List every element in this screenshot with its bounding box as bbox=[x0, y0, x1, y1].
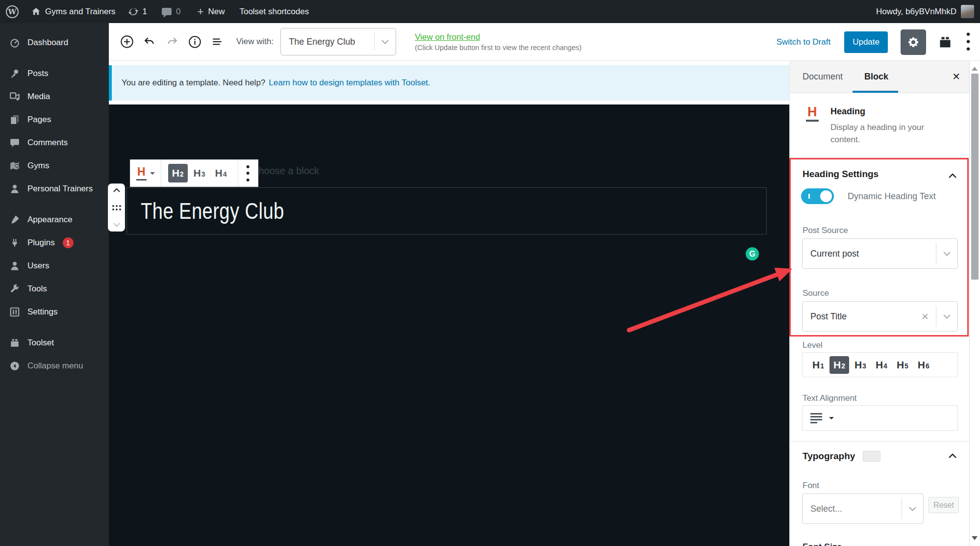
front-end-link-group: View on front-end (Click Update button f… bbox=[415, 32, 581, 52]
settings-toggle-button[interactable] bbox=[901, 29, 926, 55]
notice-help-link[interactable]: Learn how to design templates with Tools… bbox=[269, 78, 430, 88]
heading-settings-header[interactable]: Heading Settings bbox=[790, 158, 970, 180]
sidebar-item-media[interactable]: Media bbox=[0, 85, 109, 108]
heading-text[interactable]: The Energy Club bbox=[141, 198, 284, 224]
undo-button[interactable] bbox=[138, 30, 161, 53]
site-name-menu[interactable]: Gyms and Trainers bbox=[31, 7, 116, 17]
chevron-down-icon bbox=[936, 314, 957, 319]
view-on-front-end-link[interactable]: View on front-end bbox=[415, 32, 581, 42]
sidebar-item-label: Plugins bbox=[27, 238, 55, 248]
dynamic-heading-toggle[interactable] bbox=[801, 188, 834, 204]
map-pin-icon bbox=[9, 160, 21, 172]
dynamic-heading-row: Dynamic Heading Text bbox=[801, 188, 936, 204]
panel-title: Heading Settings bbox=[803, 169, 879, 179]
source-label: Source bbox=[803, 288, 829, 298]
media-icon bbox=[9, 91, 21, 103]
sidebar-item-appearance[interactable]: Appearance bbox=[0, 208, 109, 231]
close-sidebar-button[interactable]: ✕ bbox=[952, 71, 960, 82]
updates-menu[interactable]: 1 bbox=[128, 7, 147, 17]
sidebar-item-gyms[interactable]: Gyms bbox=[0, 154, 109, 177]
more-options-button[interactable]: ••• bbox=[963, 31, 973, 53]
tab-block[interactable]: Block bbox=[864, 72, 888, 82]
sidebar-item-settings[interactable]: Settings bbox=[0, 300, 109, 323]
sidebar-item-dashboard[interactable]: Dashboard bbox=[0, 31, 109, 54]
toolset-shortcodes-menu[interactable]: Toolset shortcodes bbox=[239, 7, 309, 17]
clear-source-icon[interactable]: ✕ bbox=[914, 311, 936, 322]
settings-sidebar: Document Block ✕ H Heading Display a hea… bbox=[789, 61, 969, 546]
block-inserter-button[interactable] bbox=[116, 30, 138, 53]
sidebar-item-label: Settings bbox=[27, 307, 57, 317]
block-navigation-button[interactable] bbox=[206, 30, 228, 53]
level-label: Level bbox=[803, 340, 823, 350]
comments-menu[interactable]: 0 bbox=[162, 7, 180, 17]
move-up-button[interactable] bbox=[113, 188, 121, 193]
template-preview-select[interactable]: The Energy Club bbox=[280, 28, 396, 55]
font-select[interactable]: Select... bbox=[802, 494, 924, 524]
level-h5-option[interactable]: H5 bbox=[893, 356, 912, 374]
level-h2-button[interactable]: H2 bbox=[168, 164, 188, 182]
update-button[interactable]: Update bbox=[844, 31, 888, 53]
pages-icon bbox=[9, 114, 21, 126]
sidebar-item-label: Dashboard bbox=[27, 38, 68, 48]
admin-top-bar: W Gyms and Trainers 1 0 + New Toolset sh… bbox=[0, 0, 980, 23]
level-h2-option[interactable]: H2 bbox=[829, 356, 849, 374]
sidebar-item-users[interactable]: Users bbox=[0, 254, 109, 277]
align-left-icon bbox=[810, 413, 822, 423]
level-h3-option[interactable]: H3 bbox=[851, 356, 870, 374]
sidebar-item-personal-trainers[interactable]: Personal Trainers bbox=[0, 177, 109, 200]
tab-document[interactable]: Document bbox=[803, 72, 843, 82]
sidebar-item-label: Gyms bbox=[27, 161, 49, 171]
front-end-note: (Click Update button first to view the r… bbox=[415, 44, 581, 52]
reset-font-button[interactable]: Reset bbox=[929, 497, 959, 513]
source-select[interactable]: Post Title ✕ bbox=[802, 301, 958, 332]
level-h3-button[interactable]: H3 bbox=[190, 164, 209, 182]
editor-canvas[interactable]: Choose a block H H2 H3 H4 ••• bbox=[109, 104, 789, 546]
typography-title: Typography bbox=[803, 451, 855, 462]
grammarly-icon[interactable]: G bbox=[746, 247, 759, 260]
collapse-menu-button[interactable]: Collapse menu bbox=[0, 354, 109, 377]
level-h4-option[interactable]: H4 bbox=[872, 356, 891, 374]
heading-block-icon: H bbox=[136, 166, 147, 180]
admin-sidebar: Dashboard Posts Media Pages Comments Gym… bbox=[0, 23, 109, 546]
user-avatar bbox=[961, 5, 974, 18]
new-content-menu[interactable]: + New bbox=[198, 6, 225, 17]
heading-block[interactable]: The Energy Club bbox=[126, 187, 767, 234]
sidebar-item-comments[interactable]: Comments bbox=[0, 131, 109, 154]
updates-count: 1 bbox=[143, 7, 147, 17]
sidebar-scrollbar[interactable] bbox=[969, 61, 980, 546]
plus-icon: + bbox=[198, 6, 204, 17]
toolset-panel-button[interactable] bbox=[938, 35, 953, 50]
wordpress-logo-icon[interactable]: W bbox=[6, 5, 19, 18]
text-alignment-dropdown[interactable] bbox=[802, 405, 958, 431]
sidebar-item-plugins[interactable]: Plugins 1 bbox=[0, 231, 109, 254]
howdy-label: Howdy, b6yBVnMhkD bbox=[876, 7, 956, 17]
editor-content-column: You are editing a template. Need help? L… bbox=[109, 61, 789, 546]
sidebar-item-label: Appearance bbox=[27, 215, 73, 225]
scroll-down-arrow-icon[interactable] bbox=[972, 536, 978, 543]
block-options-button[interactable]: ••• bbox=[238, 160, 258, 186]
switch-to-draft-link[interactable]: Switch to Draft bbox=[777, 37, 831, 47]
scrollbar-thumb[interactable] bbox=[971, 74, 979, 280]
plugin-box-icon bbox=[938, 35, 953, 50]
level-h1-option[interactable]: H1 bbox=[808, 356, 828, 374]
redo-button[interactable] bbox=[161, 30, 183, 53]
comments-icon bbox=[162, 8, 172, 15]
content-structure-button[interactable] bbox=[183, 30, 206, 53]
sidebar-item-pages[interactable]: Pages bbox=[0, 108, 109, 131]
post-source-select[interactable]: Current post bbox=[802, 238, 958, 269]
text-alignment-label: Text Alignment bbox=[803, 393, 857, 403]
level-h6-option[interactable]: H6 bbox=[914, 356, 933, 374]
move-down-button[interactable] bbox=[113, 222, 121, 227]
post-source-value: Current post bbox=[803, 249, 936, 259]
account-menu[interactable]: Howdy, b6yBVnMhkD bbox=[876, 0, 974, 23]
sidebar-item-toolset[interactable]: Toolset bbox=[0, 331, 109, 354]
sidebar-item-tools[interactable]: Tools bbox=[0, 277, 109, 300]
font-size-label-cutoff: Font Size bbox=[803, 542, 842, 546]
drag-handle[interactable] bbox=[112, 205, 121, 210]
typography-header[interactable]: Typography bbox=[803, 451, 957, 462]
list-view-icon bbox=[211, 35, 224, 48]
heading-block-switcher[interactable]: H bbox=[130, 160, 161, 186]
level-h4-button[interactable]: H4 bbox=[211, 164, 231, 182]
sidebar-item-posts[interactable]: Posts bbox=[0, 62, 109, 85]
scroll-up-arrow-icon[interactable] bbox=[972, 64, 978, 71]
